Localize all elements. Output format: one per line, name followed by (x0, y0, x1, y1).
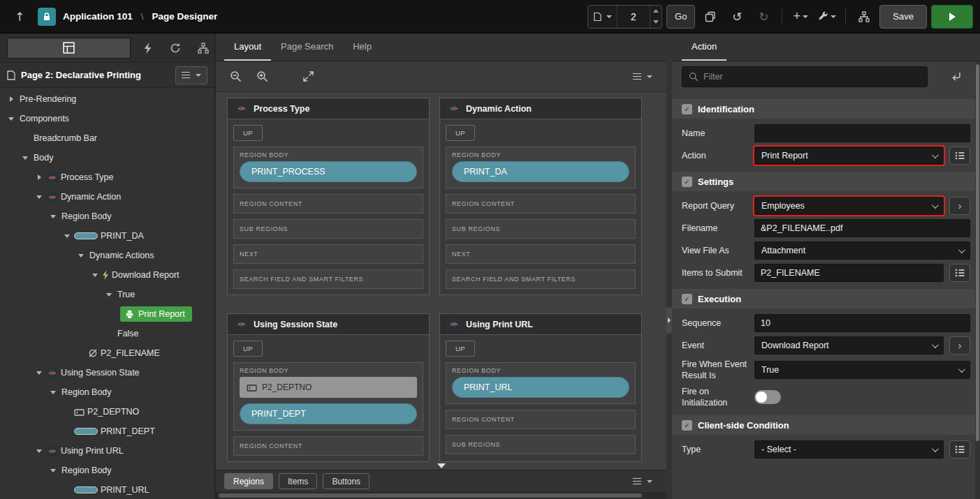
page-up-button[interactable] (650, 6, 661, 17)
tab-action[interactable]: Action (682, 33, 726, 61)
save-button[interactable]: Save (879, 5, 927, 29)
next-zone[interactable]: NEXT (233, 244, 423, 264)
name-input[interactable] (754, 124, 970, 142)
region-dynamic-action[interactable]: Dynamic Action UP REGION BODY PRINT_DA R… (439, 98, 642, 295)
filter-input[interactable] (703, 72, 921, 82)
chevron-down-icon[interactable] (20, 156, 31, 160)
chevron-down-icon[interactable] (34, 195, 45, 199)
tree-item-using-print-url[interactable]: Using Print URL (0, 441, 214, 461)
tab-help[interactable]: Help (343, 33, 381, 61)
action-list-button[interactable] (949, 147, 970, 165)
button-print-da[interactable]: PRINT_DA (452, 161, 629, 182)
page-finder-button[interactable] (588, 6, 617, 28)
chevron-down-icon[interactable] (47, 391, 59, 394)
report-query-select[interactable]: Employees (754, 197, 944, 215)
run-button[interactable] (931, 5, 973, 29)
tree-item-print-report[interactable]: Print Report (0, 304, 214, 324)
app-icon[interactable] (38, 8, 56, 26)
up-drop-zone[interactable]: UP (233, 341, 263, 357)
filename-input[interactable] (754, 219, 970, 237)
chevron-down-icon[interactable] (47, 469, 59, 472)
up-drop-zone[interactable]: UP (446, 341, 475, 357)
chevron-right-icon[interactable] (34, 174, 45, 180)
tree-item-region-body[interactable]: Region Body (0, 207, 214, 226)
region-using-session-state[interactable]: Using Session State UP REGION BODY (227, 313, 430, 462)
horizontal-scrollbar[interactable] (216, 492, 666, 499)
scrollbar-thumb[interactable] (219, 493, 642, 498)
zoom-out-icon[interactable] (224, 66, 247, 88)
event-select[interactable]: Download Report (754, 336, 944, 355)
create-menu-button[interactable]: + (789, 6, 812, 28)
tab-rendering[interactable] (7, 38, 131, 59)
chevron-down-icon[interactable] (61, 234, 73, 238)
redo-icon[interactable]: ↻ (752, 6, 775, 28)
items-to-submit-input[interactable] (754, 264, 944, 282)
next-zone[interactable]: NEXT (446, 244, 636, 264)
button-print-process[interactable]: PRINT_PROCESS (240, 161, 417, 182)
scroll-down-indicator[interactable] (437, 463, 446, 468)
chevron-down-icon[interactable] (103, 293, 115, 297)
section-identification[interactable]: Identification (672, 99, 980, 119)
gallery-menu-button[interactable] (627, 472, 658, 491)
view-file-as-select[interactable]: Attachment (754, 241, 970, 260)
expand-icon[interactable] (297, 66, 319, 88)
page-down-button[interactable] (650, 17, 661, 28)
chevron-down-icon[interactable] (6, 117, 17, 121)
tree-item-print-da[interactable]: PRINT_DA (0, 226, 214, 246)
fire-on-initialization-toggle[interactable] (754, 390, 781, 404)
tree-item-components[interactable]: Components (0, 109, 214, 128)
chevron-down-icon[interactable] (34, 449, 45, 453)
fire-when-select[interactable]: True (754, 361, 970, 379)
gallery-tab-regions[interactable]: Regions (224, 473, 273, 489)
chevron-down-icon[interactable] (34, 371, 45, 375)
layout-menu-button[interactable] (627, 68, 658, 86)
region-header[interactable]: Using Print URL (440, 314, 641, 335)
section-client-side-condition[interactable]: Client-side Condition (672, 415, 980, 435)
zoom-in-icon[interactable] (251, 66, 273, 88)
chevron-down-icon[interactable] (47, 215, 59, 218)
splitter-collapse-handle[interactable] (666, 307, 672, 334)
tree-menu-button[interactable] (175, 66, 207, 84)
search-field-zone[interactable]: SEARCH FIELD AND SMART FILTERS (446, 269, 636, 289)
item-p2-deptno[interactable]: P2_DEPTNO (240, 377, 417, 398)
go-to-group-button[interactable] (942, 66, 970, 87)
tree-item-region-body[interactable]: Region Body (0, 461, 214, 480)
tree-item-print-url[interactable]: PRINT_URL (0, 480, 214, 499)
go-button[interactable]: Go (666, 5, 695, 29)
page-number-input[interactable] (617, 6, 650, 28)
tab-shared-components[interactable] (192, 38, 214, 59)
region-body-zone[interactable]: REGION BODY PRINT_URL (446, 362, 636, 404)
chevron-right-icon[interactable] (6, 96, 17, 102)
utilities-menu-button[interactable] (816, 6, 838, 28)
sequence-input[interactable] (754, 314, 970, 332)
tab-layout[interactable]: Layout (224, 33, 271, 61)
region-body-zone[interactable]: REGION BODY PRINT_DA (446, 147, 636, 188)
tree-item-p2-filename[interactable]: P2_FILENAME (0, 343, 214, 363)
action-select[interactable]: Print Report (754, 147, 944, 165)
up-level-icon[interactable]: ↑ (8, 6, 31, 28)
tree-item-dynamic-actions[interactable]: Dynamic Actions (0, 246, 214, 265)
up-drop-zone[interactable]: UP (233, 125, 263, 141)
gallery-tab-items[interactable]: Items (279, 473, 317, 489)
tab-page-search[interactable]: Page Search (271, 33, 343, 61)
panel-splitter[interactable] (666, 33, 672, 499)
region-using-print-url[interactable]: Using Print URL UP REGION BODY PRINT_URL… (439, 313, 642, 462)
tree-item-body[interactable]: Body (0, 148, 214, 167)
tree-item-process-type[interactable]: Process Type (0, 167, 214, 187)
section-execution[interactable]: Execution (672, 289, 980, 308)
region-content-zone[interactable]: REGION CONTENT (233, 436, 423, 456)
tree-item-true[interactable]: True (0, 285, 214, 304)
region-header[interactable]: Dynamic Action (440, 98, 641, 119)
vertical-scrollbar[interactable] (975, 61, 980, 499)
up-drop-zone[interactable]: UP (446, 125, 475, 141)
tree-item-print-dept[interactable]: PRINT_DEPT (0, 422, 214, 441)
tree-item-region-body[interactable]: Region Body (0, 382, 214, 402)
tab-processing[interactable] (164, 38, 187, 59)
tree-item-using-session-state[interactable]: Using Session State (0, 363, 214, 382)
sub-regions-zone[interactable]: SUB REGIONS (446, 219, 636, 239)
items-to-submit-list-button[interactable] (949, 264, 970, 282)
sub-regions-zone[interactable]: SUB REGIONS (233, 219, 423, 239)
region-process-type[interactable]: Process Type UP REGION BODY PRINT_PROCES… (227, 98, 430, 295)
report-query-quick-pick-button[interactable]: › (949, 197, 970, 215)
region-content-zone[interactable]: REGION CONTENT (446, 194, 636, 214)
